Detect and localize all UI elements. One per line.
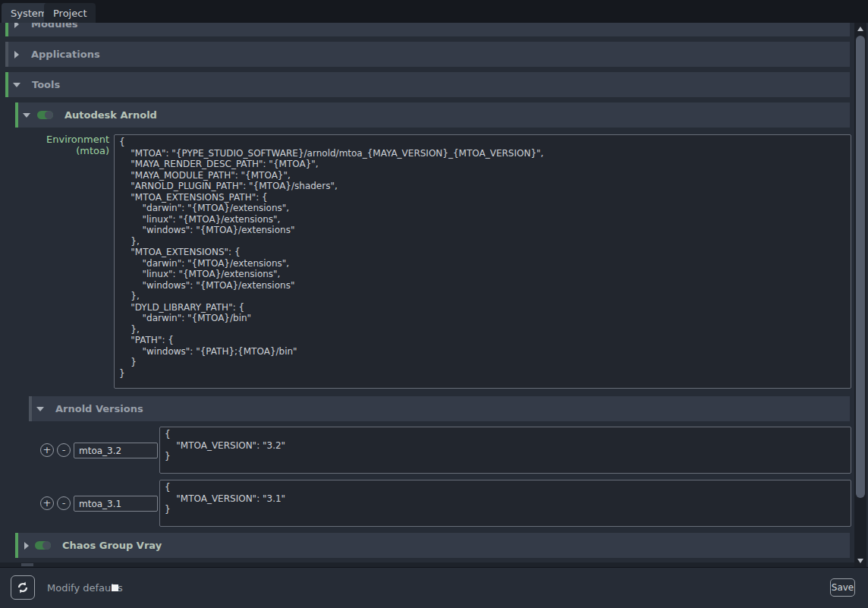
caret-down-icon — [23, 113, 30, 118]
section-header-chaos-group-vray[interactable]: Chaos Group Vray — [15, 533, 850, 558]
version-value-editor[interactable]: { "MTOA_VERSION": "3.1" } — [159, 480, 851, 527]
caret-right-icon — [14, 23, 19, 28]
section-label: Tools — [32, 79, 60, 90]
section-label: Applications — [31, 49, 100, 60]
environment-mtoa-editor[interactable]: { "MTOA": "{PYPE_STUDIO_SOFTWARE}/arnold… — [114, 134, 851, 389]
tool-title: Autodesk Arnold — [64, 109, 157, 121]
section-header-modules[interactable]: Modules — [5, 23, 850, 36]
save-button[interactable]: Save — [830, 578, 855, 597]
tab-bar: System Project — [0, 0, 868, 23]
scroll-up-arrow-icon[interactable] — [857, 27, 863, 31]
section-header-arnold-versions[interactable]: Arnold Versions — [29, 396, 850, 421]
refresh-icon — [16, 581, 30, 594]
version-value-editor[interactable]: { "MTOA_VERSION": "3.2" } — [159, 427, 851, 474]
arnold-enabled-toggle[interactable] — [37, 111, 53, 119]
add-version-button[interactable]: + — [40, 443, 54, 457]
scroll-down-arrow-icon[interactable] — [857, 559, 863, 563]
caret-down-icon — [36, 407, 44, 411]
vertical-scrollbar[interactable] — [854, 23, 866, 567]
horizontal-scrollbar-thumb[interactable] — [21, 563, 33, 566]
section-label: Modules — [31, 23, 77, 30]
modify-defaults-checkbox[interactable] — [112, 584, 118, 591]
caret-down-icon — [13, 83, 20, 87]
section-label: Arnold Versions — [55, 403, 143, 414]
remove-version-button[interactable]: - — [57, 443, 71, 457]
tab-project[interactable]: Project — [44, 3, 96, 23]
refresh-button[interactable] — [11, 575, 35, 600]
version-key-input[interactable] — [74, 496, 158, 512]
remove-version-button[interactable]: - — [57, 496, 71, 510]
settings-window: System Project Modules Applications Tool… — [0, 0, 868, 608]
environment-mtoa-label: Environment (mtoa) — [15, 134, 109, 156]
caret-right-icon — [24, 542, 29, 550]
tool-title: Chaos Group Vray — [62, 540, 162, 551]
version-key-input[interactable] — [74, 443, 158, 458]
toggle-knob — [42, 541, 51, 550]
section-header-autodesk-arnold[interactable]: Autodesk Arnold — [15, 102, 850, 128]
section-header-applications[interactable]: Applications — [5, 42, 850, 67]
add-version-button[interactable]: + — [40, 496, 54, 510]
toggle-knob — [45, 111, 53, 119]
section-header-tools[interactable]: Tools — [5, 72, 850, 97]
vray-enabled-toggle[interactable] — [35, 541, 51, 550]
footer-bar: Modify defaults Save — [0, 567, 868, 608]
vertical-scrollbar-thumb[interactable] — [856, 36, 865, 498]
caret-right-icon — [14, 51, 19, 58]
settings-scroll-area: Modules Applications Tools Autodesk Arno… — [0, 23, 868, 567]
